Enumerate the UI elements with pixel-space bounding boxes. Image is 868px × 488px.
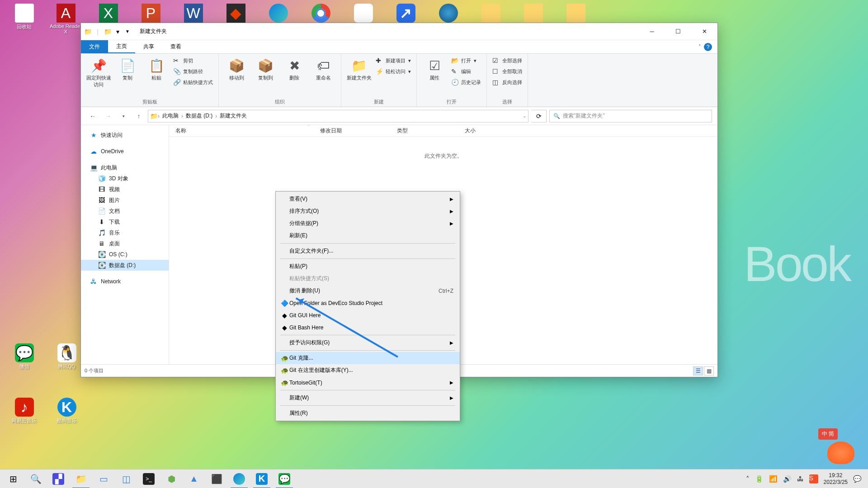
ctx-item-9[interactable]: 撤消 删除(U)Ctrl+Z bbox=[276, 285, 460, 297]
qat-dropdown-icon[interactable]: ▾ bbox=[113, 28, 122, 36]
moveto-button[interactable]: 📦移动到 bbox=[223, 56, 250, 81]
new-item-button[interactable]: ✚新建项目 ▾ bbox=[375, 56, 412, 66]
tb-explorer[interactable]: 📁 bbox=[70, 469, 92, 488]
ctx-item-3[interactable]: 刷新(E) bbox=[276, 230, 460, 242]
ctx-item-22[interactable]: 属性(R) bbox=[276, 407, 460, 419]
ctx-item-2[interactable]: 分组依据(P)▶ bbox=[276, 217, 460, 230]
addr-dropdown-icon[interactable]: ⌄ bbox=[523, 113, 526, 118]
tree-child-6[interactable]: 🖥桌面 bbox=[81, 238, 169, 249]
tree-child-1[interactable]: 🎞视频 bbox=[81, 184, 169, 195]
tb-app-3[interactable]: ▭ bbox=[92, 469, 115, 488]
titlebar[interactable]: 📁 | 📁 ▾ ▼ 新建文件夹 ─ ☐ ✕ bbox=[81, 23, 717, 40]
tree-onedrive[interactable]: ☁OneDrive bbox=[81, 146, 169, 157]
properties-button[interactable]: ☑属性 bbox=[421, 56, 448, 81]
paste-shortcut-button[interactable]: 🔗粘贴快捷方式 bbox=[172, 77, 214, 87]
tray-expand-icon[interactable]: ˄ bbox=[746, 475, 750, 483]
history-button[interactable]: 🕘历史记录 bbox=[450, 77, 482, 87]
desktop-icon-adobe[interactable]: AAdobe Reader X bbox=[49, 4, 83, 34]
search-button[interactable]: 🔍 bbox=[24, 469, 47, 488]
tree-network[interactable]: 🖧Network bbox=[81, 276, 169, 287]
desktop-icon-globe[interactable] bbox=[431, 4, 465, 23]
search-input[interactable]: 🔍 搜索"新建文件夹" bbox=[549, 110, 712, 122]
ctx-item-18[interactable]: 🐢TortoiseGit(T)▶ bbox=[276, 376, 460, 389]
tb-app-6[interactable]: ▲ bbox=[183, 469, 205, 488]
tab-view[interactable]: 查看 bbox=[162, 40, 189, 53]
desktop-icon-ppt[interactable]: P bbox=[134, 4, 168, 23]
tab-share[interactable]: 共享 bbox=[135, 40, 162, 53]
tb-app-5[interactable]: ⬢ bbox=[160, 469, 183, 488]
recent-dropdown-icon[interactable]: ▾ bbox=[117, 110, 130, 122]
refresh-button[interactable]: ⟳ bbox=[531, 110, 547, 122]
crumb-folder[interactable]: 新建文件夹 bbox=[217, 112, 250, 120]
ctx-item-11[interactable]: ◆Git GUI Here bbox=[276, 309, 460, 321]
desktop-icon-recycle[interactable]: 🗑回收站 bbox=[7, 4, 41, 30]
ctx-item-7[interactable]: 粘贴(P) bbox=[276, 260, 460, 272]
new-folder-button[interactable]: 📁新建文件夹 bbox=[346, 56, 372, 81]
select-all-button[interactable]: ☑全部选择 bbox=[491, 56, 523, 66]
view-details-button[interactable]: ☰ bbox=[693, 366, 703, 375]
desktop-icon-folder-2[interactable] bbox=[516, 4, 550, 23]
tree-child-8[interactable]: 💽数据盘 (D:) bbox=[81, 260, 169, 271]
ime-icon[interactable]: S bbox=[809, 474, 818, 483]
tab-file[interactable]: 文件 bbox=[81, 40, 108, 53]
crumb-drive[interactable]: 数据盘 (D:) bbox=[183, 112, 215, 120]
ctx-item-12[interactable]: ◆Git Bash Here bbox=[276, 321, 460, 333]
start-button[interactable]: ⊞ bbox=[2, 469, 24, 488]
ctx-item-1[interactable]: 排序方式(O)▶ bbox=[276, 205, 460, 217]
paste-button[interactable]: 📋粘贴 bbox=[143, 56, 170, 81]
clock[interactable]: 19:32 2022/3/25 bbox=[824, 472, 848, 486]
ime-mascot[interactable]: 中 简 bbox=[818, 428, 859, 465]
edit-button[interactable]: ✎编辑 bbox=[450, 66, 482, 76]
ctx-item-16[interactable]: 🐢Git 克隆... bbox=[276, 352, 460, 364]
rename-button[interactable]: 🏷重命名 bbox=[310, 56, 336, 81]
copyto-button[interactable]: 📦复制到 bbox=[252, 56, 278, 81]
ctx-item-0[interactable]: 查看(V)▶ bbox=[276, 193, 460, 205]
tree-child-7[interactable]: 💽OS (C:) bbox=[81, 249, 169, 260]
desktop-icon-excel[interactable]: X bbox=[91, 4, 125, 23]
tab-home[interactable]: 主页 bbox=[108, 40, 135, 53]
tb-app-7[interactable]: ⬛ bbox=[205, 469, 228, 488]
delete-button[interactable]: ✖删除 bbox=[281, 56, 307, 81]
address-bar[interactable]: 📁 › 此电脑 › 数据盘 (D:) › 新建文件夹 ⌄ bbox=[148, 110, 528, 122]
desktop-icon-folder-1[interactable] bbox=[474, 4, 508, 23]
network-icon[interactable]: 🖧 bbox=[797, 475, 804, 483]
tb-wechat[interactable]: 💬 bbox=[273, 469, 296, 488]
help-icon[interactable]: ? bbox=[704, 43, 712, 51]
tree-child-0[interactable]: 🧊3D 对象 bbox=[81, 173, 169, 184]
ctx-item-20[interactable]: 新建(W)▶ bbox=[276, 392, 460, 404]
view-icons-button[interactable]: ▦ bbox=[704, 366, 714, 375]
select-none-button[interactable]: ☐全部取消 bbox=[491, 66, 523, 76]
ctx-item-5[interactable]: 自定义文件夹(F)... bbox=[276, 245, 460, 257]
back-button[interactable]: ← bbox=[86, 110, 99, 122]
desktop-icon-qq[interactable]: 🐧腾讯QQ bbox=[50, 343, 84, 370]
tb-terminal[interactable]: >_ bbox=[137, 469, 160, 488]
desktop-icon-office[interactable]: ◆ bbox=[219, 4, 253, 23]
copy-button[interactable]: 📄复制 bbox=[114, 56, 141, 81]
tb-kugou[interactable]: K bbox=[250, 469, 273, 488]
up-button[interactable]: ↑ bbox=[132, 110, 145, 122]
wifi-icon[interactable]: 📶 bbox=[769, 475, 778, 483]
minimize-button[interactable]: ─ bbox=[639, 23, 665, 40]
notifications-icon[interactable]: 💬 bbox=[853, 475, 862, 483]
col-name[interactable]: 名称˄ bbox=[169, 125, 314, 136]
desktop-icon-todesk[interactable]: ↗ bbox=[389, 4, 423, 23]
tb-task-view[interactable]: ◫ bbox=[115, 469, 137, 488]
crumb-pc[interactable]: 此电脑 bbox=[160, 112, 181, 120]
close-button[interactable]: ✕ bbox=[691, 23, 717, 40]
col-size[interactable]: 大小 bbox=[458, 125, 508, 136]
invert-select-button[interactable]: ◫反向选择 bbox=[491, 77, 523, 87]
tree-child-4[interactable]: ⬇下载 bbox=[81, 216, 169, 227]
desktop-icon-wechat[interactable]: 💬微信 bbox=[7, 343, 41, 370]
tree-child-3[interactable]: 📄文档 bbox=[81, 206, 169, 216]
volume-icon[interactable]: 🔊 bbox=[783, 475, 792, 483]
battery-icon[interactable]: 🔋 bbox=[755, 475, 764, 483]
open-button[interactable]: 📂打开 ▾ bbox=[450, 56, 482, 66]
col-modified[interactable]: 修改日期 bbox=[314, 125, 391, 136]
qat-folder-icon[interactable]: 📁 bbox=[104, 28, 112, 36]
tree-child-5[interactable]: 🎵音乐 bbox=[81, 227, 169, 238]
desktop-icon-kugou[interactable]: K酷狗音乐 bbox=[50, 398, 84, 424]
tree-this-pc[interactable]: 💻此电脑 bbox=[81, 162, 169, 173]
tb-app-1[interactable]: ▞ bbox=[47, 469, 70, 488]
qat-overflow-icon[interactable]: ▼ bbox=[123, 28, 132, 36]
cut-button[interactable]: ✂剪切 bbox=[172, 56, 214, 66]
